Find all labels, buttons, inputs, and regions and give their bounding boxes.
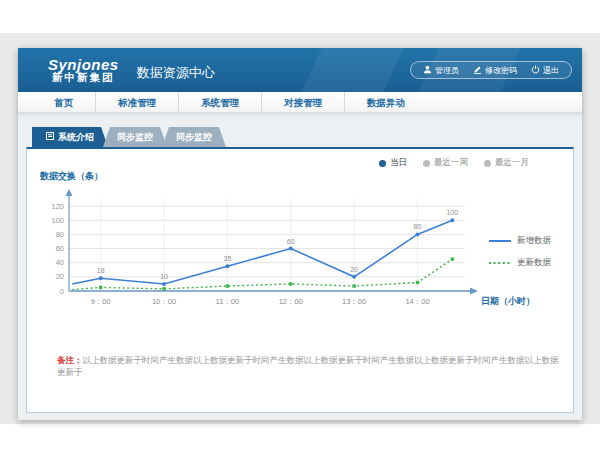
svg-text:11：00: 11：00 <box>216 297 240 306</box>
legend-swatch <box>489 258 511 268</box>
svg-text:18: 18 <box>97 267 105 274</box>
user-bar-edit[interactable]: 修改密码 <box>473 65 517 76</box>
radio-label: 最近一月 <box>495 157 529 169</box>
radio-dot <box>423 160 430 167</box>
svg-text:14：00: 14：00 <box>405 297 429 306</box>
footnote: 备注：以上数据更新于时间产生数据以上数据更新于时间产生数据以上数据更新于时间产生… <box>57 355 559 379</box>
svg-text:60: 60 <box>56 244 64 253</box>
tab-3[interactable]: 同步监控 <box>162 127 226 147</box>
tab-label: 同步监控 <box>176 127 212 147</box>
legend-swatch <box>489 236 511 246</box>
svg-text:100: 100 <box>446 209 458 216</box>
footnote-prefix: 备注： <box>57 355 83 365</box>
page-title: 数据资源中心 <box>137 64 215 82</box>
line-chart: 0204060801001209：0010：0011：0012：0013：001… <box>35 187 535 327</box>
radio-option-2[interactable]: 最近一周 <box>423 157 468 169</box>
desktop-background: Synjones 新中新集团 数据资源中心 管理员修改密码退出 首页标准管理系统… <box>0 0 600 450</box>
user-label: 管理员 <box>435 65 459 76</box>
legend-label: 新增数据 <box>517 235 551 247</box>
app-header: Synjones 新中新集团 数据资源中心 管理员修改密码退出 <box>18 48 582 92</box>
y-axis-title: 数据交换（条） <box>40 170 103 183</box>
nav-item-5[interactable]: 数据异动 <box>344 92 427 112</box>
svg-text:80: 80 <box>56 230 64 239</box>
radio-option-1[interactable]: 当日 <box>379 157 407 169</box>
nav-menu: 首页标准管理系统管理对接管理数据异动 <box>18 92 582 113</box>
svg-text:20: 20 <box>56 272 64 281</box>
nav-item-4[interactable]: 对接管理 <box>261 92 344 112</box>
logout-label: 退出 <box>543 65 559 76</box>
nav-item-2[interactable]: 标准管理 <box>95 92 178 112</box>
svg-text:日期（小时）: 日期（小时） <box>481 296 535 306</box>
nav-item-1[interactable]: 首页 <box>32 92 95 112</box>
logo-text: Synjones <box>48 57 119 73</box>
svg-text:20: 20 <box>350 266 358 273</box>
edit-icon <box>473 65 482 76</box>
chart-legend: 新增数据更新数据 <box>489 235 551 269</box>
edit-label: 修改密码 <box>485 65 517 76</box>
radio-label: 当日 <box>390 157 407 169</box>
legend-label: 更新数据 <box>517 257 551 269</box>
svg-text:60: 60 <box>287 238 295 245</box>
document-icon <box>46 127 54 147</box>
tab-label: 同步监控 <box>117 127 153 147</box>
svg-text:40: 40 <box>56 258 64 267</box>
app-window: Synjones 新中新集团 数据资源中心 管理员修改密码退出 首页标准管理系统… <box>18 48 582 420</box>
tab-1[interactable]: 系统介绍 <box>32 127 108 147</box>
logout-icon <box>531 65 540 76</box>
svg-text:10: 10 <box>160 273 168 280</box>
svg-text:0: 0 <box>60 287 64 296</box>
tab-2[interactable]: 同步监控 <box>103 127 167 147</box>
nav-item-3[interactable]: 系统管理 <box>178 92 261 112</box>
user-bar: 管理员修改密码退出 <box>410 61 572 79</box>
chart-panel: 当日最近一周最近一月 数据交换（条） 0204060801001209：0010… <box>26 147 574 413</box>
user-icon <box>423 65 432 76</box>
user-bar-logout[interactable]: 退出 <box>531 65 559 76</box>
brand-logo: Synjones 新中新集团 <box>48 57 119 84</box>
legend-item-1[interactable]: 新增数据 <box>489 235 551 247</box>
svg-text:12：00: 12：00 <box>279 297 303 306</box>
svg-text:80: 80 <box>414 223 422 230</box>
radio-label: 最近一周 <box>434 157 468 169</box>
svg-text:9：00: 9：00 <box>91 297 111 306</box>
legend-item-2[interactable]: 更新数据 <box>489 257 551 269</box>
svg-text:35: 35 <box>224 255 232 262</box>
tab-bar: 系统介绍同步监控同步监控 <box>32 127 582 147</box>
tab-label: 系统介绍 <box>58 127 94 147</box>
svg-text:100: 100 <box>51 216 64 225</box>
svg-text:10：00: 10：00 <box>152 297 176 306</box>
radio-dot <box>484 160 491 167</box>
content-area: 系统介绍同步监控同步监控 当日最近一周最近一月 数据交换（条） 02040608… <box>18 127 582 434</box>
user-bar-user[interactable]: 管理员 <box>423 65 459 76</box>
svg-text:13：00: 13：00 <box>342 297 366 306</box>
range-filter: 当日最近一周最近一月 <box>379 157 529 169</box>
logo-subtext: 新中新集团 <box>48 72 119 83</box>
radio-dot <box>379 160 386 167</box>
footnote-text: 以上数据更新于时间产生数据以上数据更新于时间产生数据以上数据更新于时间产生数据以… <box>57 355 559 377</box>
radio-option-3[interactable]: 最近一月 <box>484 157 529 169</box>
svg-text:120: 120 <box>51 202 64 211</box>
